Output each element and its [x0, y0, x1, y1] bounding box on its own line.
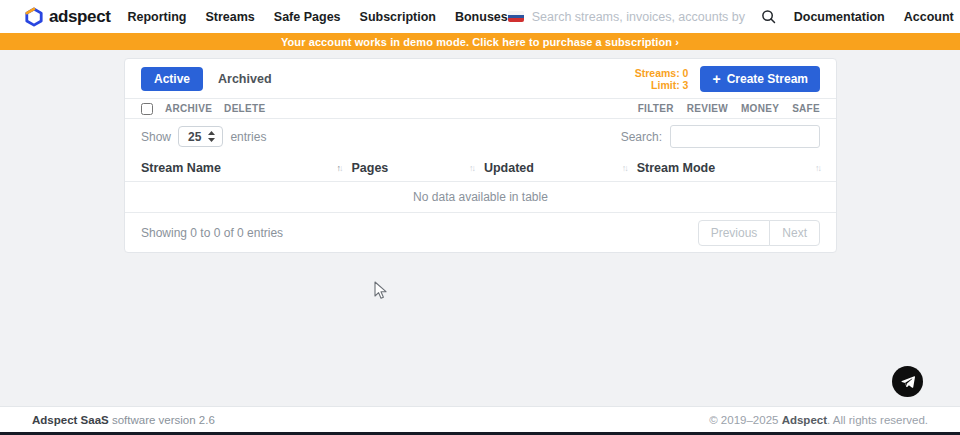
table-search-label: Search:	[621, 130, 662, 144]
top-navbar: adspect Reporting Streams Safe Pages Sub…	[0, 0, 960, 33]
nav-item-streams[interactable]: Streams	[205, 10, 254, 24]
page-footer: Adspect SaaS software version 2.6 © 2019…	[0, 406, 960, 432]
show-label: Show	[141, 130, 171, 144]
footer-copyright-text: © 2019–2025 Adspect. All rights reserved…	[709, 414, 928, 426]
nav-item-documentation[interactable]: Documentation	[794, 10, 885, 24]
sort-icon: ↑↓	[815, 163, 820, 173]
flag-filter-button[interactable]: FILTER	[638, 103, 674, 114]
brand-logo[interactable]: adspect	[24, 7, 110, 27]
telegram-button[interactable]	[892, 366, 923, 397]
demo-mode-banner-text: Your account works in demo mode. Click h…	[281, 36, 679, 48]
flag-money-button[interactable]: MONEY	[741, 103, 779, 114]
select-arrows-icon	[208, 131, 215, 142]
table-footer: Showing 0 to 0 of 0 entries Previous Nex…	[125, 213, 836, 252]
flag-safe-button[interactable]: SAFE	[792, 103, 820, 114]
global-search-input[interactable]	[532, 10, 747, 24]
streams-card: Active Archived Streams: 0 Limit: 3 + Cr…	[124, 58, 837, 253]
next-page-button[interactable]: Next	[769, 220, 820, 246]
table-search-input[interactable]	[670, 125, 820, 148]
previous-page-button[interactable]: Previous	[698, 220, 771, 246]
bulk-archive-button[interactable]: ARCHIVE	[165, 103, 212, 114]
bulk-delete-button[interactable]: DELETE	[224, 103, 265, 114]
create-stream-button[interactable]: + Create Stream	[700, 66, 820, 92]
sort-icon-asc-active: ↑↓	[336, 163, 341, 173]
tab-archived[interactable]: Archived	[218, 72, 272, 86]
column-header-stream-mode[interactable]: Stream Mode ↑↓	[637, 161, 820, 175]
hexagon-logo-icon	[24, 7, 44, 27]
nav-item-bonuses[interactable]: Bonuses	[455, 10, 508, 24]
nav-item-subscription[interactable]: Subscription	[360, 10, 436, 24]
table-controls: Show 25 entries Search:	[125, 119, 836, 154]
russian-flag-icon[interactable]	[508, 11, 524, 22]
navbar-right: Documentation Account Sign Out	[508, 9, 960, 24]
demo-mode-banner[interactable]: Your account works in demo mode. Click h…	[0, 33, 960, 50]
entries-per-page-value: 25	[188, 130, 201, 144]
create-stream-label: Create Stream	[727, 72, 808, 86]
brand-name: adspect	[49, 7, 110, 27]
nav-item-safe-pages[interactable]: Safe Pages	[274, 10, 341, 24]
entries-summary: Showing 0 to 0 of 0 entries	[141, 226, 283, 240]
footer-version-text: Adspect SaaS software version 2.6	[32, 414, 215, 426]
entries-per-page-select[interactable]: 25	[178, 126, 223, 147]
quota-streams: Streams: 0	[635, 67, 689, 79]
streams-card-header: Active Archived Streams: 0 Limit: 3 + Cr…	[125, 59, 836, 98]
entries-label: entries	[230, 130, 266, 144]
main-nav: Reporting Streams Safe Pages Subscriptio…	[127, 10, 507, 24]
select-all-checkbox[interactable]	[141, 103, 153, 115]
telegram-paper-plane-icon	[900, 374, 916, 390]
flag-actions: FILTER REVIEW MONEY SAFE	[625, 103, 820, 114]
table-header-row: Stream Name ↑↓ Pages ↑↓ Updated ↑↓ Strea…	[125, 154, 836, 182]
table-empty-row: No data available in table	[125, 182, 836, 213]
sort-icon: ↑↓	[622, 163, 627, 173]
sort-icon: ↑↓	[469, 163, 474, 173]
tab-active[interactable]: Active	[141, 67, 203, 91]
flag-review-button[interactable]: REVIEW	[687, 103, 728, 114]
search-icon[interactable]	[761, 9, 776, 24]
nav-item-reporting[interactable]: Reporting	[127, 10, 186, 24]
empty-table-message: No data available in table	[413, 190, 548, 204]
column-header-stream-name[interactable]: Stream Name ↑↓	[141, 161, 351, 175]
mouse-cursor	[374, 281, 387, 300]
column-header-pages[interactable]: Pages ↑↓	[351, 161, 483, 175]
column-header-updated[interactable]: Updated ↑↓	[484, 161, 637, 175]
page: adspect Reporting Streams Safe Pages Sub…	[0, 0, 960, 435]
quota-limit: Limit: 3	[635, 79, 689, 91]
bulk-actions-toolbar: ARCHIVE DELETE FILTER REVIEW MONEY SAFE	[125, 98, 836, 119]
nav-item-account[interactable]: Account	[904, 10, 954, 24]
pagination: Previous Next	[698, 220, 820, 246]
quota-info: Streams: 0 Limit: 3	[635, 67, 689, 91]
plus-icon: +	[712, 74, 720, 84]
